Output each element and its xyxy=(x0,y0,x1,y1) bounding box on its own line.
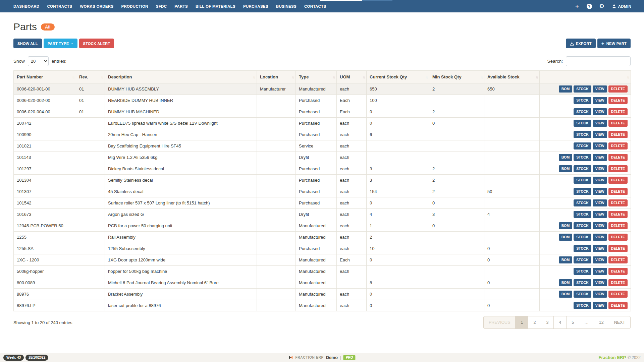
page-button-1[interactable]: 1 xyxy=(515,316,528,329)
stock-button[interactable]: STOCK xyxy=(574,177,591,184)
column-header-available-stock[interactable]: Available Stock↑↓ xyxy=(484,71,540,83)
nav-item-purchases[interactable]: PURCHASES xyxy=(243,4,268,8)
export-button[interactable]: EXPORT xyxy=(566,39,596,48)
column-header-type[interactable]: Type↑↓ xyxy=(296,71,337,83)
page-button-2[interactable]: 2 xyxy=(528,316,541,329)
bom-button[interactable]: BOM xyxy=(559,234,573,241)
page-button-4[interactable]: 4 xyxy=(553,316,567,329)
bom-button[interactable]: BOM xyxy=(559,279,573,287)
stock-button[interactable]: STOCK xyxy=(574,154,591,161)
search-input[interactable] xyxy=(566,56,631,66)
stock-button[interactable]: STOCK xyxy=(574,302,591,309)
view-button[interactable]: VIEW xyxy=(593,199,607,207)
delete-button[interactable]: DELETE xyxy=(608,211,628,218)
delete-button[interactable]: DELETE xyxy=(608,222,628,230)
show-all-button[interactable]: SHOW ALL xyxy=(13,39,42,48)
stock-button[interactable]: STOCK xyxy=(574,85,591,93)
delete-button[interactable]: DELETE xyxy=(608,302,628,309)
view-button[interactable]: VIEW xyxy=(593,177,607,184)
add-icon[interactable]: + xyxy=(575,3,579,10)
bom-button[interactable]: BOM xyxy=(559,291,573,298)
delete-button[interactable]: DELETE xyxy=(608,120,628,127)
stock-button[interactable]: STOCK xyxy=(574,97,591,104)
stock-button[interactable]: STOCK xyxy=(574,199,591,207)
view-button[interactable]: VIEW xyxy=(593,131,607,138)
delete-button[interactable]: DELETE xyxy=(608,279,628,287)
delete-button[interactable]: DELETE xyxy=(608,85,628,93)
delete-button[interactable]: DELETE xyxy=(608,188,628,195)
nav-item-works-orders[interactable]: WORKS ORDERS xyxy=(80,4,113,8)
bom-button[interactable]: BOM xyxy=(559,154,573,161)
bom-button[interactable]: BOM xyxy=(559,222,573,230)
delete-button[interactable]: DELETE xyxy=(608,268,628,275)
column-header-current-stock-qty[interactable]: Current Stock Qty↑↓ xyxy=(367,71,429,83)
nav-item-business[interactable]: BUSINESS xyxy=(276,4,297,8)
stock-button[interactable]: STOCK xyxy=(574,222,591,230)
stock-button[interactable]: STOCK xyxy=(574,120,591,127)
column-header-uom[interactable]: UOM↑↓ xyxy=(337,71,367,83)
stock-button[interactable]: STOCK xyxy=(574,165,591,173)
bom-button[interactable]: BOM xyxy=(559,85,573,93)
stock-button[interactable]: STOCK xyxy=(574,234,591,241)
page-button-5[interactable]: 5 xyxy=(566,316,579,329)
nav-item-production[interactable]: PRODUCTION xyxy=(121,4,148,8)
view-button[interactable]: VIEW xyxy=(593,85,607,93)
view-button[interactable]: VIEW xyxy=(593,211,607,218)
delete-button[interactable]: DELETE xyxy=(608,245,628,252)
view-button[interactable]: VIEW xyxy=(593,291,607,298)
nav-item-dashboard[interactable]: DASHBOARD xyxy=(13,4,39,8)
stock-button[interactable]: STOCK xyxy=(574,142,591,150)
page-size-select[interactable]: 20 xyxy=(28,56,49,66)
stock-button[interactable]: STOCK xyxy=(574,188,591,195)
part-type-dropdown-button[interactable]: PART TYPE ▼ xyxy=(44,39,77,48)
column-header-min-stock-qty[interactable]: Min Stock Qty↑↓ xyxy=(429,71,484,83)
delete-button[interactable]: DELETE xyxy=(608,256,628,264)
stock-button[interactable]: STOCK xyxy=(574,245,591,252)
column-header-rev-[interactable]: Rev.↑↓ xyxy=(76,71,105,83)
column-header-part-number[interactable]: Part Number↑↓ xyxy=(14,71,76,83)
delete-button[interactable]: DELETE xyxy=(608,199,628,207)
view-button[interactable]: VIEW xyxy=(593,256,607,264)
bom-button[interactable]: BOM xyxy=(559,165,573,173)
nav-item-parts[interactable]: PARTS xyxy=(174,4,188,8)
nav-item-bill-of-materials[interactable]: BILL OF MATERIALS xyxy=(196,4,235,8)
view-button[interactable]: VIEW xyxy=(593,222,607,230)
view-button[interactable]: VIEW xyxy=(593,268,607,275)
view-button[interactable]: VIEW xyxy=(593,108,607,116)
page-button-next[interactable]: NEXT xyxy=(609,316,631,329)
page-button-previous[interactable]: PREVIOUS xyxy=(483,316,516,329)
view-button[interactable]: VIEW xyxy=(593,279,607,287)
view-button[interactable]: VIEW xyxy=(593,142,607,150)
stock-button[interactable]: STOCK xyxy=(574,291,591,298)
page-button-12[interactable]: 12 xyxy=(594,316,609,329)
nav-item-sfdc[interactable]: SFDC xyxy=(156,4,167,8)
delete-button[interactable]: DELETE xyxy=(608,131,628,138)
help-icon[interactable]: ? xyxy=(587,4,592,9)
delete-button[interactable]: DELETE xyxy=(608,108,628,116)
delete-button[interactable]: DELETE xyxy=(608,165,628,173)
stock-button[interactable]: STOCK xyxy=(574,268,591,275)
delete-button[interactable]: DELETE xyxy=(608,154,628,161)
delete-button[interactable]: DELETE xyxy=(608,291,628,298)
delete-button[interactable]: DELETE xyxy=(608,234,628,241)
delete-button[interactable]: DELETE xyxy=(608,177,628,184)
view-button[interactable]: VIEW xyxy=(593,165,607,173)
stock-button[interactable]: STOCK xyxy=(574,108,591,116)
stock-button[interactable]: STOCK xyxy=(574,211,591,218)
view-button[interactable]: VIEW xyxy=(593,120,607,127)
column-header-description[interactable]: Description↑↓ xyxy=(105,71,257,83)
view-button[interactable]: VIEW xyxy=(593,154,607,161)
column-header-location[interactable]: Location↑↓ xyxy=(257,71,296,83)
view-button[interactable]: VIEW xyxy=(593,97,607,104)
nav-item-contacts[interactable]: CONTACTS xyxy=(304,4,326,8)
nav-item-contracts[interactable]: CONTRACTS xyxy=(47,4,72,8)
delete-button[interactable]: DELETE xyxy=(608,97,628,104)
stock-button[interactable]: STOCK xyxy=(574,131,591,138)
column-header-actions[interactable]: ↑↓ xyxy=(540,71,631,83)
settings-gear-icon[interactable]: ⚙ xyxy=(599,3,604,9)
stock-alert-button[interactable]: STOCK ALERT xyxy=(79,39,114,48)
stock-button[interactable]: STOCK xyxy=(574,256,591,264)
page-button-…[interactable]: … xyxy=(579,316,594,329)
bom-button[interactable]: BOM xyxy=(559,256,573,264)
view-button[interactable]: VIEW xyxy=(593,234,607,241)
